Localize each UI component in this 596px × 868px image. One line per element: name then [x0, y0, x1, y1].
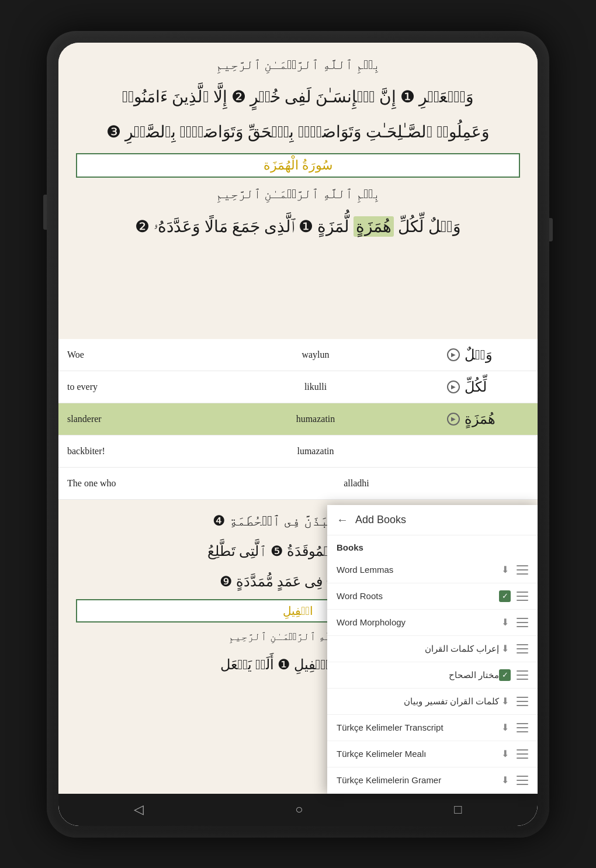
book-name-arabic-1: إعراب كلمات القران [337, 644, 499, 654]
surah-humaza-title: سُورَةُ الْهُمَزَة [264, 158, 332, 172]
add-books-panel: ← Add Books Books Word Lemmas ⬇ Word Roo… [327, 505, 538, 794]
verse-asr-2: وَعَمِلُوا۟ ٱلصَّـٰلِحَـٰتِ وَتَوَاصَوۡا… [67, 116, 529, 148]
menu-icon-turkce-1[interactable] [517, 723, 528, 732]
book-name-turkce-2: Türkçe Kelimeler Mealı [337, 749, 499, 759]
play-btn-slanderer[interactable]: ▶ [447, 413, 460, 426]
bismillah-2: بِسۡمِ ٱللَّهِ ٱلرَّحۡمَـٰنِ ٱلرَّحِيمِ [67, 182, 529, 206]
book-actions-turkce-3: ⬇ [499, 774, 528, 786]
download-icon-word-lemmas[interactable]: ⬇ [499, 564, 511, 576]
trans-english-backbiter: backbiter! [67, 446, 184, 457]
trans-row-theonewho[interactable]: The one who alladhi [58, 468, 538, 500]
download-icon-turkce-3[interactable]: ⬇ [499, 774, 511, 786]
book-name-turkce-3: Türkçe Kelimelerin Gramer [337, 775, 499, 785]
download-icon-word-morphology[interactable]: ⬇ [499, 617, 511, 628]
book-item-arabic-2[interactable]: مختار الصحاح ✓ [327, 662, 538, 689]
surah-humaza-header: سُورَةُ الْهُمَزَة [76, 153, 520, 178]
download-icon-turkce-1[interactable]: ⬇ [499, 722, 511, 734]
back-nav-button[interactable]: ◁ [122, 797, 155, 822]
verse-humaza: وَيۡلٌ لِّكُلِّ هُمَزَةٍ لُّمَزَةٍ ❶ ٱلَ… [67, 210, 529, 243]
book-actions-arabic-3: ⬇ [499, 696, 528, 707]
book-item-word-morphology[interactable]: Word Morphology ⬇ [327, 610, 538, 636]
book-actions-turkce-2: ⬇ [499, 748, 528, 760]
books-section-title: Books [327, 535, 538, 557]
verse-asr: وَٱلۡعَصۡرِ ❶ إِنَّ ٱلۡإِنسَـٰنَ لَفِى خ… [67, 81, 529, 113]
book-name-arabic-2: مختار الصحاح [337, 670, 499, 680]
trans-arabic-every: لِّكُلِّ ▶ [447, 379, 529, 395]
overlay-header: ← Add Books [327, 505, 538, 535]
play-btn-every[interactable]: ▶ [447, 381, 460, 393]
menu-icon-word-lemmas[interactable] [517, 565, 528, 575]
book-item-arabic-3[interactable]: كلمات القران تفسير وبيان ⬇ [327, 689, 538, 715]
book-actions-turkce-1: ⬇ [499, 722, 528, 734]
menu-icon-turkce-2[interactable] [517, 749, 528, 759]
book-item-turkce-1[interactable]: Türkçe Kelimeler Transcript ⬇ [327, 715, 538, 741]
checkbox-arabic-2[interactable]: ✓ [499, 669, 511, 681]
book-actions-arabic-2: ✓ [499, 669, 528, 681]
trans-english-theonewho: The one who [67, 478, 184, 489]
book-name-turkce-1: Türkçe Kelimeler Transcript [337, 722, 499, 732]
menu-icon-arabic-3[interactable] [517, 697, 528, 706]
play-btn-woe[interactable]: ▶ [447, 348, 460, 361]
menu-icon-word-morphology[interactable] [517, 618, 528, 627]
back-button[interactable]: ← [337, 513, 348, 527]
trans-arabic-woe: وَيۡلٌ ▶ [447, 347, 529, 363]
overlay-title: Add Books [355, 514, 406, 526]
book-actions-word-morphology: ⬇ [499, 617, 528, 628]
translation-section: Woe waylun وَيۡلٌ ▶ to every likulli لِّ… [58, 339, 538, 500]
download-icon-arabic-1[interactable]: ⬇ [499, 643, 511, 655]
home-nav-button[interactable]: ○ [283, 797, 314, 822]
trans-arabic-slanderer: هُمَزَةٍ ▶ [447, 411, 529, 427]
menu-icon-arabic-1[interactable] [517, 644, 528, 653]
trans-trans-theonewho: alladhi [184, 478, 529, 489]
book-name-arabic-3: كلمات القران تفسير وبيان [337, 696, 499, 707]
menu-icon-word-roots[interactable] [517, 592, 528, 601]
book-actions-arabic-1: ⬇ [499, 643, 528, 655]
book-actions-word-roots: ✓ [499, 590, 528, 602]
menu-icon-turkce-3[interactable] [517, 776, 528, 785]
book-actions-word-lemmas: ⬇ [499, 564, 528, 576]
trans-row-slanderer[interactable]: slanderer humazatin هُمَزَةٍ ▶ [58, 403, 538, 435]
surah-feel-title: الۡفِيلِ [283, 604, 313, 617]
book-name-word-roots: Word Roots [337, 591, 499, 601]
bismillah-1: بِسۡمِ ٱللَّهِ ٱلرَّحۡمَـٰنِ ٱلرَّحِيمِ [67, 53, 529, 77]
book-item-word-lemmas[interactable]: Word Lemmas ⬇ [327, 557, 538, 583]
book-item-turkce-3[interactable]: Türkçe Kelimelerin Gramer ⬇ [327, 767, 538, 794]
book-item-turkce-2[interactable]: Türkçe Kelimeler Mealı ⬇ [327, 741, 538, 767]
trans-row-backbiter[interactable]: backbiter! lumazatin [58, 435, 538, 468]
quran-page: بِسۡمِ ٱللَّهِ ٱلرَّحۡمَـٰنِ ٱلرَّحِيمِ … [58, 43, 538, 339]
trans-trans-woe: waylun [184, 350, 447, 360]
trans-english-woe: Woe [67, 350, 184, 360]
tablet: بِسۡمِ ٱللَّهِ ٱلرَّحۡمَـٰنِ ٱلرَّحِيمِ … [47, 31, 549, 838]
book-item-word-roots[interactable]: Word Roots ✓ [327, 583, 538, 610]
nav-bar: ◁ ○ □ [58, 794, 538, 826]
download-icon-arabic-3[interactable]: ⬇ [499, 696, 511, 707]
menu-icon-arabic-2[interactable] [517, 670, 528, 680]
book-name-word-lemmas: Word Lemmas [337, 565, 499, 575]
book-item-arabic-1[interactable]: إعراب كلمات القران ⬇ [327, 636, 538, 662]
checkbox-word-roots[interactable]: ✓ [499, 590, 511, 602]
trans-trans-slanderer: humazatin [184, 414, 447, 424]
recent-nav-button[interactable]: □ [442, 797, 473, 822]
trans-english-slanderer: slanderer [67, 414, 184, 424]
trans-trans-backbiter: lumazatin [184, 446, 447, 457]
trans-row-every[interactable]: to every likulli لِّكُلِّ ▶ [58, 371, 538, 403]
download-icon-turkce-2[interactable]: ⬇ [499, 748, 511, 760]
trans-trans-every: likulli [184, 382, 447, 392]
book-name-word-morphology: Word Morphology [337, 617, 499, 627]
tablet-screen: بِسۡمِ ٱللَّهِ ٱلرَّحۡمَـٰنِ ٱلرَّحِيمِ … [58, 43, 538, 826]
trans-english-every: to every [67, 382, 184, 392]
trans-row-woe[interactable]: Woe waylun وَيۡلٌ ▶ [58, 339, 538, 371]
